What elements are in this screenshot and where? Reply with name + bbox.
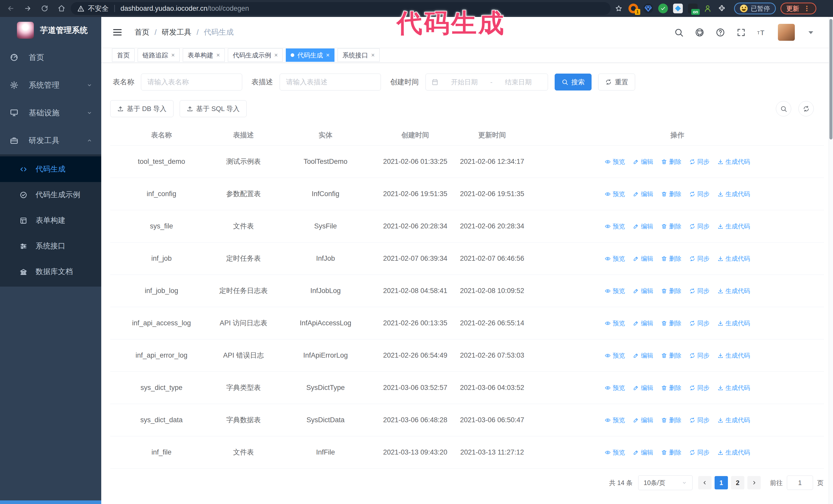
row-action-generate[interactable]: 生成代码	[717, 286, 750, 296]
sidebar-item-devtools[interactable]: 研发工具	[0, 127, 101, 154]
row-action-sync[interactable]: 同步	[689, 351, 710, 361]
row-action-preview[interactable]: 预览	[604, 318, 625, 329]
header-search-icon[interactable]	[674, 28, 684, 37]
profile-paused-badge[interactable]: 已暂停	[734, 3, 776, 14]
extension-icon[interactable]: on	[688, 4, 698, 13]
view-tab-codegen-example[interactable]: 代码生成示例×	[228, 48, 283, 62]
browser-address-bar[interactable]: 不安全 dashboard.yudao.iocoder.cn/tool/code…	[71, 2, 611, 15]
row-action-preview[interactable]: 预览	[604, 221, 625, 232]
sidebar-subitem-form-builder[interactable]: 表单构建	[0, 208, 101, 233]
sidebar-item-home[interactable]: 首页	[0, 44, 101, 71]
row-action-preview[interactable]: 预览	[604, 383, 625, 393]
row-action-preview[interactable]: 预览	[604, 351, 625, 361]
row-action-preview[interactable]: 预览	[604, 447, 625, 458]
row-action-edit[interactable]: 编辑	[633, 351, 653, 361]
not-secure-warning-icon[interactable]	[77, 5, 84, 12]
page-button-1[interactable]: 1	[715, 476, 728, 489]
app-logo[interactable]: 芋道管理系统	[0, 17, 101, 44]
sidebar-subitem-db-doc[interactable]: 数据库文档	[0, 259, 101, 285]
browser-forward-icon[interactable]	[22, 3, 33, 14]
row-action-sync[interactable]: 同步	[689, 189, 710, 199]
extension-icon[interactable]: 1	[628, 4, 638, 13]
row-action-generate[interactable]: 生成代码	[717, 157, 750, 167]
extension-icon[interactable]	[673, 4, 683, 13]
row-action-delete[interactable]: 删除	[661, 189, 682, 199]
sidebar-item-infra[interactable]: 基础设施	[0, 99, 101, 127]
sidebar-subitem-codegen[interactable]: 代码生成	[0, 157, 101, 182]
row-action-delete[interactable]: 删除	[661, 221, 682, 232]
view-tab-home[interactable]: 首页	[112, 48, 135, 62]
row-action-edit[interactable]: 编辑	[633, 415, 653, 425]
prev-page-button[interactable]	[698, 476, 712, 489]
row-action-edit[interactable]: 编辑	[633, 189, 653, 199]
user-avatar[interactable]	[778, 24, 795, 41]
row-action-preview[interactable]: 预览	[604, 189, 625, 199]
font-size-icon[interactable]: TT	[757, 28, 767, 37]
row-action-generate[interactable]: 生成代码	[717, 221, 750, 232]
extensions-puzzle-icon[interactable]	[718, 4, 728, 13]
close-tab-icon[interactable]: ×	[326, 52, 330, 58]
date-range-picker[interactable]: 开始日期 - 结束日期	[426, 74, 548, 91]
row-action-edit[interactable]: 编辑	[633, 383, 653, 393]
row-action-preview[interactable]: 预览	[604, 415, 625, 425]
row-action-preview[interactable]: 预览	[604, 254, 625, 264]
page-size-select[interactable]: 10条/页	[638, 475, 693, 490]
import-sql-button[interactable]: 基于 SQL 导入	[180, 100, 247, 117]
browser-reload-icon[interactable]	[39, 3, 50, 14]
browser-menu-dots-icon[interactable]	[803, 5, 810, 12]
breadcrumb-item[interactable]: 研发工具	[162, 27, 191, 38]
row-action-edit[interactable]: 编辑	[633, 447, 653, 458]
row-action-delete[interactable]: 删除	[661, 286, 682, 296]
row-action-edit[interactable]: 编辑	[633, 254, 653, 264]
toggle-search-button[interactable]	[776, 101, 791, 116]
row-action-generate[interactable]: 生成代码	[717, 447, 750, 458]
sidebar-item-system[interactable]: 系统管理	[0, 71, 101, 99]
row-action-delete[interactable]: 删除	[661, 157, 682, 167]
view-tab-form-builder[interactable]: 表单构建×	[183, 48, 225, 62]
row-action-sync[interactable]: 同步	[689, 318, 710, 329]
browser-update-button[interactable]: 更新	[781, 3, 816, 14]
row-action-delete[interactable]: 删除	[661, 383, 682, 393]
row-action-preview[interactable]: 预览	[604, 286, 625, 296]
row-action-delete[interactable]: 删除	[661, 254, 682, 264]
row-action-generate[interactable]: 生成代码	[717, 254, 750, 264]
goto-page-input[interactable]	[787, 476, 813, 490]
close-tab-icon[interactable]: ×	[171, 52, 175, 58]
sidebar-collapse-icon[interactable]	[112, 27, 123, 38]
row-action-sync[interactable]: 同步	[689, 286, 710, 296]
page-button-2[interactable]: 2	[731, 476, 744, 489]
view-tab-codegen[interactable]: 代码生成×	[286, 48, 334, 62]
row-action-edit[interactable]: 编辑	[633, 221, 653, 232]
fullscreen-icon[interactable]	[736, 28, 746, 37]
row-action-edit[interactable]: 编辑	[633, 318, 653, 329]
help-icon[interactable]	[716, 28, 725, 37]
github-icon[interactable]	[695, 28, 704, 37]
row-action-generate[interactable]: 生成代码	[717, 415, 750, 425]
view-tab-system-api[interactable]: 系统接口×	[337, 48, 380, 62]
row-action-generate[interactable]: 生成代码	[717, 318, 750, 329]
close-tab-icon[interactable]: ×	[274, 52, 278, 58]
row-action-delete[interactable]: 删除	[661, 351, 682, 361]
row-action-sync[interactable]: 同步	[689, 383, 710, 393]
row-action-sync[interactable]: 同步	[689, 157, 710, 167]
row-action-sync[interactable]: 同步	[689, 221, 710, 232]
row-action-preview[interactable]: 预览	[604, 157, 625, 167]
row-action-edit[interactable]: 编辑	[633, 157, 653, 167]
close-tab-icon[interactable]: ×	[371, 52, 375, 58]
avatar-caret-icon[interactable]	[806, 28, 815, 37]
row-action-sync[interactable]: 同步	[689, 447, 710, 458]
search-button[interactable]: 搜索	[555, 74, 592, 91]
row-action-sync[interactable]: 同步	[689, 415, 710, 425]
sidebar-subitem-system-api[interactable]: 系统接口	[0, 233, 101, 259]
close-tab-icon[interactable]: ×	[216, 52, 220, 58]
row-action-delete[interactable]: 删除	[661, 318, 682, 329]
extension-icon[interactable]	[658, 4, 668, 13]
scrollbar-thumb[interactable]	[829, 19, 832, 140]
browser-back-icon[interactable]	[5, 3, 17, 14]
row-action-generate[interactable]: 生成代码	[717, 351, 750, 361]
row-action-delete[interactable]: 删除	[661, 447, 682, 458]
import-db-button[interactable]: 基于 DB 导入	[110, 100, 173, 117]
row-action-delete[interactable]: 删除	[661, 415, 682, 425]
row-action-sync[interactable]: 同步	[689, 254, 710, 264]
refresh-table-button[interactable]	[799, 101, 814, 116]
